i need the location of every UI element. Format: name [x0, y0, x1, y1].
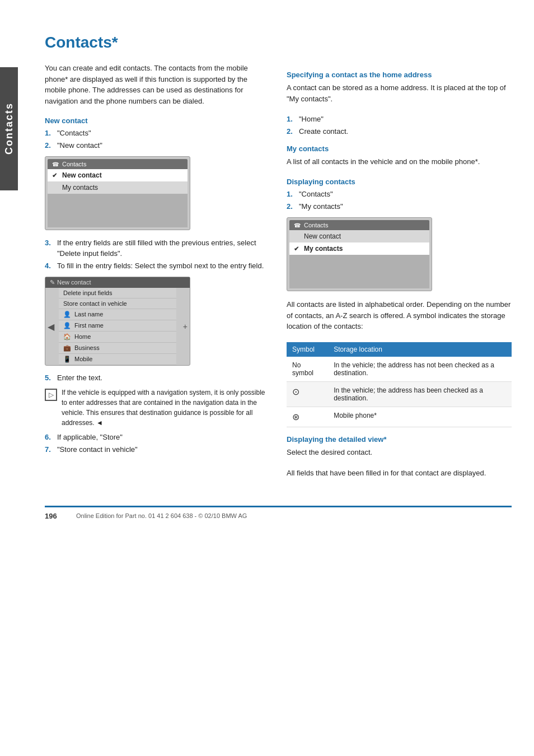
note-text: If the vehicle is equipped with a naviga…: [62, 388, 270, 428]
new-contact-form-screenshot: ✎ New contact ◀ Delete input fields Stor…: [45, 277, 190, 366]
business-row[interactable]: 💼 Business: [59, 343, 176, 354]
nav-right-icon[interactable]: +: [183, 322, 188, 331]
contacts-icon: ☎: [294, 222, 301, 228]
list-item: 1. "Home": [287, 114, 512, 124]
nav-left-icon[interactable]: ◀: [48, 321, 54, 332]
new-contact-steps-2: 3. If the entry fields are still filled …: [45, 238, 270, 271]
business-icon: 💼: [63, 344, 72, 352]
ui-titlebar: ☎ Contacts: [289, 220, 429, 230]
list-item: 2. "My contacts": [287, 202, 512, 212]
last-name-row[interactable]: 👤 Last name: [59, 309, 176, 320]
person-icon: 👤: [63, 322, 72, 329]
person-icon: 👤: [63, 311, 72, 318]
ui-titlebar: ☎ Contacts: [48, 159, 188, 169]
menu-item-label: My contacts: [304, 245, 343, 253]
step-number: 2.: [287, 202, 297, 212]
symbol-cell: No symbol: [287, 357, 328, 382]
description-cell: In the vehicle; the address has not been…: [328, 357, 512, 382]
delete-fields-row[interactable]: Delete input fields: [59, 288, 176, 298]
ui-map-area: [48, 194, 188, 227]
home-address-heading: Specifying a contact as the home address: [287, 71, 512, 79]
side-tab: Contacts: [0, 67, 18, 190]
note-box: ▷ If the vehicle is equipped with a navi…: [45, 388, 270, 428]
my-contacts-heading: My contacts: [287, 144, 512, 153]
storage-col-header: Storage location: [328, 342, 512, 357]
checkmark-icon: ✔: [294, 245, 302, 253]
table-row: ⊙ In the vehicle; the address has been c…: [287, 381, 512, 407]
menu-item-label: New contact: [62, 171, 102, 179]
step-number: 3.: [45, 238, 55, 248]
mobile-phone-icon: ⊛: [292, 412, 299, 422]
row-label: Last name: [74, 311, 103, 318]
row-label: Mobile: [74, 356, 92, 362]
page-footer: 196 Online Edition for Part no. 01 41 2 …: [45, 506, 512, 520]
displaying-contacts-heading: Displaying contacts: [287, 178, 512, 186]
list-item: 7. "Store contact in vehicle": [45, 445, 270, 455]
new-contact-item[interactable]: ✔ New contact: [48, 169, 188, 181]
displaying-contacts-steps: 1. "Contacts" 2. "My contacts": [287, 189, 512, 212]
form-titlebar: ✎ New contact: [45, 277, 190, 288]
displaying-contacts-description: All contacts are listed in alphabetical …: [287, 299, 512, 332]
my-contacts-item[interactable]: ✔ My contacts: [289, 242, 429, 255]
step-number: 2.: [45, 141, 55, 151]
store-contact-row[interactable]: Store contact in vehicle: [59, 298, 176, 309]
list-item: 6. If applicable, "Store": [45, 432, 270, 442]
ui-title: Contacts: [304, 222, 328, 228]
step5-container: 5. Enter the text.: [45, 374, 270, 382]
contacts-icon: ☎: [52, 161, 59, 167]
step-text: Create contact.: [299, 127, 348, 137]
page-number: 196: [45, 512, 67, 520]
checkmark-placeholder: [294, 233, 302, 240]
list-item: 3. If the entry fields are still filled …: [45, 238, 270, 258]
list-item: 4. To fill in the entry fields: Select t…: [45, 261, 270, 271]
menu-item-label: My contacts: [62, 184, 98, 192]
step-text: "Store contact in vehicle": [57, 445, 138, 455]
table-row: No symbol In the vehicle; the address ha…: [287, 357, 512, 382]
row-label: Store contact in vehicle: [63, 300, 127, 307]
my-contacts-text: A list of all contacts in the vehicle an…: [287, 156, 512, 167]
step-text: "Contacts": [299, 189, 333, 199]
form-title: New contact: [57, 279, 91, 286]
mobile-row[interactable]: 📱 Mobile: [59, 354, 176, 365]
ui-map-area: [289, 255, 429, 288]
mobile-icon: 📱: [63, 356, 72, 363]
row-label: Delete input fields: [63, 290, 112, 296]
symbol-cell: ⊙: [287, 381, 328, 407]
step-text: "New contact": [57, 141, 102, 151]
destination-checked-icon: ⊙: [292, 387, 299, 396]
list-item: 1. "Contacts": [45, 128, 270, 138]
step-text: If applicable, "Store": [57, 432, 123, 442]
intro-text: You can create and edit contacts. The co…: [45, 63, 270, 106]
footer-note: Online Edition for Part no. 01 41 2 604 …: [76, 512, 247, 519]
detailed-view-text1: Select the desired contact.: [287, 447, 512, 458]
home-address-text: A contact can be stored as a home addres…: [287, 82, 512, 104]
home-address-steps: 1. "Home" 2. Create contact.: [287, 114, 512, 137]
step-number: 2.: [287, 127, 297, 137]
menu-item-label: New contact: [304, 232, 341, 240]
checkmark-placeholder: [52, 184, 60, 191]
description-cell: Mobile phone*: [328, 407, 512, 427]
row-label: First name: [74, 322, 104, 329]
detailed-view-text2: All fields that have been filled in for …: [287, 468, 512, 479]
symbol-col-header: Symbol: [287, 342, 328, 357]
new-contact-item[interactable]: New contact: [289, 230, 429, 242]
my-contacts-item[interactable]: My contacts: [48, 181, 188, 194]
step-number: 1.: [287, 189, 297, 199]
form-icon: ✎: [50, 279, 55, 286]
list-item: 2. "New contact": [45, 141, 270, 151]
description-cell: In the vehicle; the address has been che…: [328, 381, 512, 407]
home-row[interactable]: 🏠 Home: [59, 332, 176, 343]
row-label: Home: [74, 333, 91, 340]
step-number: 1.: [287, 114, 297, 124]
note-play-icon: ▷: [45, 389, 57, 401]
side-tab-label: Contacts: [3, 102, 15, 155]
step-number: 5.: [45, 374, 55, 382]
first-name-row[interactable]: 👤 First name: [59, 320, 176, 332]
step-text: Enter the text.: [57, 374, 102, 382]
step5-item: 5. Enter the text.: [45, 374, 270, 382]
list-item: 2. Create contact.: [287, 127, 512, 137]
new-contact-steps-1: 1. "Contacts" 2. "New contact": [45, 128, 270, 151]
displaying-contacts-screenshot: ☎ Contacts New contact ✔ My contacts: [287, 217, 432, 291]
symbol-table: Symbol Storage location No symbol In the…: [287, 342, 512, 427]
step-text: "My contacts": [299, 202, 343, 212]
